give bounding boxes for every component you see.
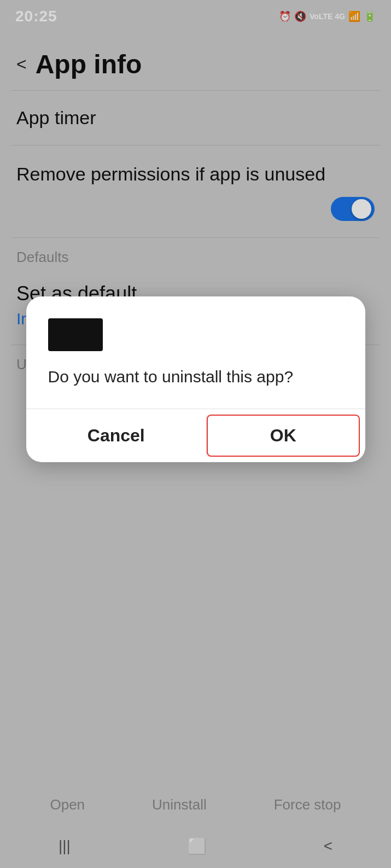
dialog-message: Do you want to uninstall this app? [48, 364, 343, 389]
ok-button[interactable]: OK [207, 415, 360, 457]
dialog-app-icon [48, 318, 103, 351]
dialog-buttons: Cancel OK [26, 409, 365, 462]
cancel-button[interactable]: Cancel [26, 409, 207, 462]
dialog-overlay: Do you want to uninstall this app? Cance… [0, 0, 391, 868]
uninstall-dialog: Do you want to uninstall this app? Cance… [26, 296, 365, 462]
ok-wrapper: OK [207, 409, 365, 462]
